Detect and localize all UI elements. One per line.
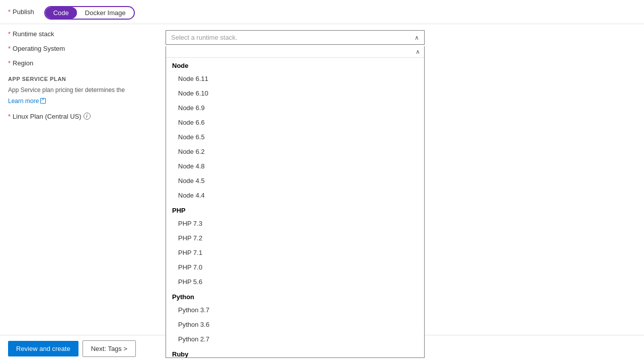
dropdown-item-python-2-7[interactable]: Python 2.7: [166, 332, 424, 346]
dropdown-item-node-4-8[interactable]: Node 4.8: [166, 159, 424, 173]
scroll-up-icon: ∧: [416, 48, 420, 55]
next-tags-button[interactable]: Next: Tags >: [83, 340, 136, 357]
dropdown-item-node-6-6[interactable]: Node 6.6: [166, 115, 424, 130]
operating-system-field: * Operating System: [8, 45, 162, 52]
dropdown-list: ∧ Node Node 6.11 Node 6.10 Node 6.9 Node…: [166, 46, 425, 358]
runtime-star: *: [8, 30, 11, 38]
dropdown-item-python-3-7[interactable]: Python 3.7: [166, 303, 424, 317]
dropdown-item-php-7-1[interactable]: PHP 7.1: [166, 245, 424, 260]
dropdown-item-php-7-0[interactable]: PHP 7.0: [166, 260, 424, 275]
dropdown-item-python-3-6[interactable]: Python 3.6: [166, 317, 424, 332]
python-group-header: Python: [166, 289, 424, 303]
page-container: * Publish Code Docker Image * Runtime st…: [0, 0, 644, 362]
runtime-stack-field: * Runtime stack: [8, 30, 162, 38]
learn-more-text: Learn more: [8, 98, 39, 105]
learn-more-link[interactable]: Learn more: [8, 98, 162, 105]
dropdown-item-php-5-6[interactable]: PHP 5.6: [166, 275, 424, 289]
chevron-up-icon: ∧: [415, 34, 419, 41]
region-label: * Region: [8, 59, 162, 67]
operating-system-label: * Operating System: [8, 45, 162, 52]
dropdown-item-php-7-3[interactable]: PHP 7.3: [166, 216, 424, 231]
dropdown-item-node-6-2[interactable]: Node 6.2: [166, 144, 424, 159]
dropdown-item-node-6-5[interactable]: Node 6.5: [166, 130, 424, 144]
linux-plan-text: Linux Plan (Central US): [13, 113, 82, 120]
dropdown-item-node-6-11[interactable]: Node 6.11: [166, 71, 424, 86]
dropdown-item-node-6-9[interactable]: Node 6.9: [166, 101, 424, 115]
main-content: * Runtime stack * Operating System * Reg…: [0, 24, 644, 362]
runtime-stack-dropdown[interactable]: Select a runtime stack. ∧: [166, 30, 425, 45]
scroll-up-control[interactable]: ∧: [166, 46, 424, 58]
toggle-docker-button[interactable]: Docker Image: [77, 7, 134, 19]
runtime-stack-label: * Runtime stack: [8, 30, 162, 38]
toggle-code-button[interactable]: Code: [45, 7, 77, 19]
dropdown-item-node-6-10[interactable]: Node 6.10: [166, 86, 424, 101]
dropdown-scroll-area[interactable]: ∧ Node Node 6.11 Node 6.10 Node 6.9 Node…: [166, 46, 424, 358]
external-link-icon: [40, 98, 46, 104]
app-service-plan-title: APP SERVICE PLAN: [8, 76, 162, 82]
region-text: Region: [13, 59, 33, 67]
review-and-create-button[interactable]: Review and create: [8, 341, 78, 356]
os-star: *: [8, 45, 11, 52]
linux-plan-star: *: [8, 113, 11, 120]
dropdown-placeholder: Select a runtime stack.: [171, 34, 237, 41]
dropdown-item-node-4-4[interactable]: Node 4.4: [166, 188, 424, 203]
publish-toggle: Code Docker Image: [44, 6, 135, 20]
dropdown-item-node-4-5[interactable]: Node 4.5: [166, 173, 424, 188]
php-group-header: PHP: [166, 203, 424, 216]
publish-required-star: *: [8, 8, 11, 16]
region-star: *: [8, 59, 11, 67]
region-field: * Region: [8, 59, 162, 67]
linux-plan-label: * Linux Plan (Central US) i: [8, 113, 162, 120]
form-panel: * Runtime stack * Operating System * Reg…: [8, 30, 162, 356]
runtime-stack-text: Runtime stack: [13, 30, 54, 38]
os-text: Operating System: [13, 45, 65, 52]
ruby-group-header: Ruby: [166, 346, 424, 358]
header-bar: * Publish Code Docker Image: [0, 0, 644, 24]
node-group-header: Node: [166, 58, 424, 71]
info-icon[interactable]: i: [84, 113, 91, 120]
publish-label: Publish: [13, 8, 34, 16]
linux-plan-field: * Linux Plan (Central US) i: [8, 113, 162, 120]
dropdown-item-php-7-2[interactable]: PHP 7.2: [166, 231, 424, 245]
dropdown-container: Select a runtime stack. ∧ ∧ Node Node 6.…: [166, 30, 636, 356]
app-service-description: App Service plan pricing tier determines…: [8, 86, 162, 95]
